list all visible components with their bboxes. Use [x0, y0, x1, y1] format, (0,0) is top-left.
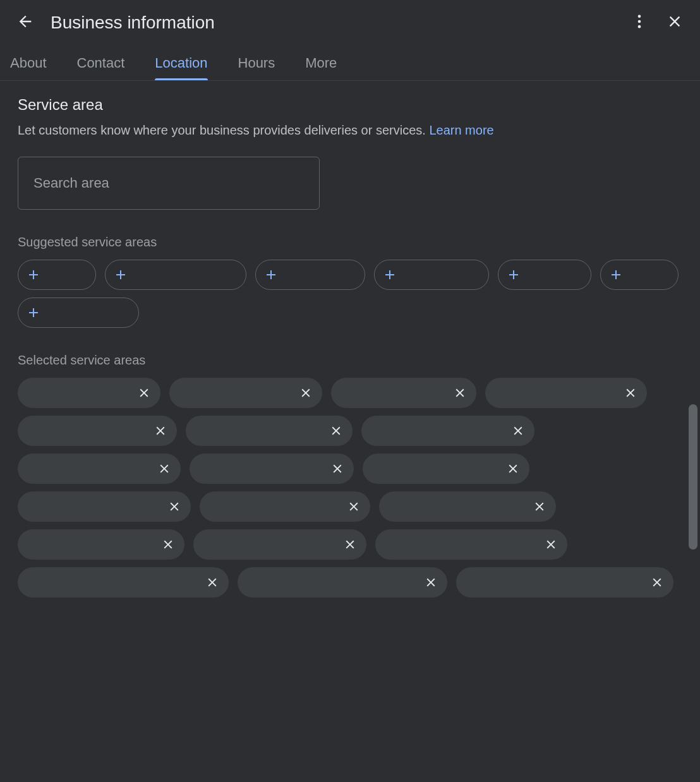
- selected-area-chip[interactable]: [238, 567, 447, 598]
- modal-header: Business information: [0, 0, 700, 45]
- section-title: Service area: [18, 96, 682, 114]
- svg-point-0: [638, 15, 641, 18]
- remove-chip-icon[interactable]: [152, 422, 169, 440]
- selected-area-chip[interactable]: [18, 529, 184, 560]
- selected-chip-row: [18, 378, 682, 598]
- selected-area-chip[interactable]: [361, 416, 534, 446]
- selected-area-chip[interactable]: [18, 491, 191, 522]
- arrow-left-icon: [16, 13, 34, 33]
- suggested-areas-label: Suggested service areas: [18, 235, 682, 250]
- remove-chip-icon[interactable]: [159, 536, 177, 553]
- selected-area-chip[interactable]: [200, 491, 370, 522]
- selected-area-chip[interactable]: [485, 378, 647, 408]
- tab-about[interactable]: About: [10, 55, 47, 80]
- selected-area-chip[interactable]: [363, 454, 529, 484]
- selected-area-chip[interactable]: [331, 378, 476, 408]
- tab-hours[interactable]: Hours: [238, 55, 275, 80]
- selected-area-chip[interactable]: [379, 491, 556, 522]
- suggested-area-chip[interactable]: [18, 298, 139, 328]
- close-icon: [666, 13, 684, 33]
- remove-chip-icon[interactable]: [531, 498, 548, 515]
- remove-chip-icon[interactable]: [345, 498, 363, 515]
- page-title: Business information: [51, 13, 624, 33]
- suggested-area-chip[interactable]: [498, 260, 591, 290]
- remove-chip-icon[interactable]: [155, 460, 173, 478]
- plus-icon: [26, 305, 41, 320]
- selected-area-chip[interactable]: [169, 378, 322, 408]
- suggested-area-chip[interactable]: [255, 260, 365, 290]
- remove-chip-icon[interactable]: [504, 460, 522, 478]
- svg-point-2: [638, 25, 641, 28]
- remove-chip-icon[interactable]: [422, 574, 440, 591]
- suggested-area-chip[interactable]: [374, 260, 489, 290]
- tab-more[interactable]: More: [305, 55, 337, 80]
- remove-chip-icon[interactable]: [341, 536, 359, 553]
- close-button[interactable]: [660, 8, 690, 38]
- selected-area-chip[interactable]: [375, 529, 567, 560]
- selected-area-chip[interactable]: [18, 416, 177, 446]
- selected-area-chip[interactable]: [18, 567, 229, 598]
- learn-more-link[interactable]: Learn more: [429, 123, 493, 137]
- remove-chip-icon[interactable]: [622, 384, 639, 402]
- tab-bar: AboutContactLocationHoursMore: [0, 45, 700, 81]
- svg-point-1: [638, 20, 641, 23]
- more-vert-icon: [631, 13, 648, 33]
- business-info-modal: Business information AboutContactLocatio…: [0, 0, 700, 782]
- remove-chip-icon[interactable]: [509, 422, 527, 440]
- plus-icon: [26, 267, 41, 282]
- remove-chip-icon[interactable]: [648, 574, 666, 591]
- remove-chip-icon[interactable]: [166, 498, 183, 515]
- remove-chip-icon[interactable]: [327, 422, 345, 440]
- selected-area-chip[interactable]: [190, 454, 354, 484]
- scrollbar-thumb[interactable]: [689, 404, 697, 550]
- selected-area-chip[interactable]: [186, 416, 353, 446]
- search-area-input[interactable]: [18, 157, 320, 210]
- plus-icon: [263, 267, 279, 282]
- suggested-area-chip[interactable]: [105, 260, 246, 290]
- remove-chip-icon[interactable]: [329, 460, 346, 478]
- tab-location[interactable]: Location: [155, 55, 207, 80]
- selected-area-chip[interactable]: [18, 454, 181, 484]
- remove-chip-icon[interactable]: [542, 536, 560, 553]
- remove-chip-icon[interactable]: [297, 384, 315, 402]
- remove-chip-icon[interactable]: [135, 384, 153, 402]
- plus-icon: [608, 267, 624, 282]
- selected-area-chip[interactable]: [193, 529, 366, 560]
- plus-icon: [382, 267, 397, 282]
- suggested-area-chip[interactable]: [18, 260, 96, 290]
- suggested-chip-row: [18, 260, 682, 328]
- more-options-button[interactable]: [624, 8, 655, 38]
- remove-chip-icon[interactable]: [203, 574, 221, 591]
- selected-areas-label: Selected service areas: [18, 353, 682, 368]
- back-button[interactable]: [10, 8, 40, 38]
- content-area: Service area Let customers know where yo…: [0, 81, 700, 782]
- plus-icon: [506, 267, 521, 282]
- remove-chip-icon[interactable]: [451, 384, 469, 402]
- section-description: Let customers know where your business p…: [18, 121, 682, 139]
- plus-icon: [113, 267, 128, 282]
- selected-area-chip[interactable]: [18, 378, 160, 408]
- suggested-area-chip[interactable]: [600, 260, 679, 290]
- tab-contact[interactable]: Contact: [77, 55, 125, 80]
- selected-area-chip[interactable]: [456, 567, 673, 598]
